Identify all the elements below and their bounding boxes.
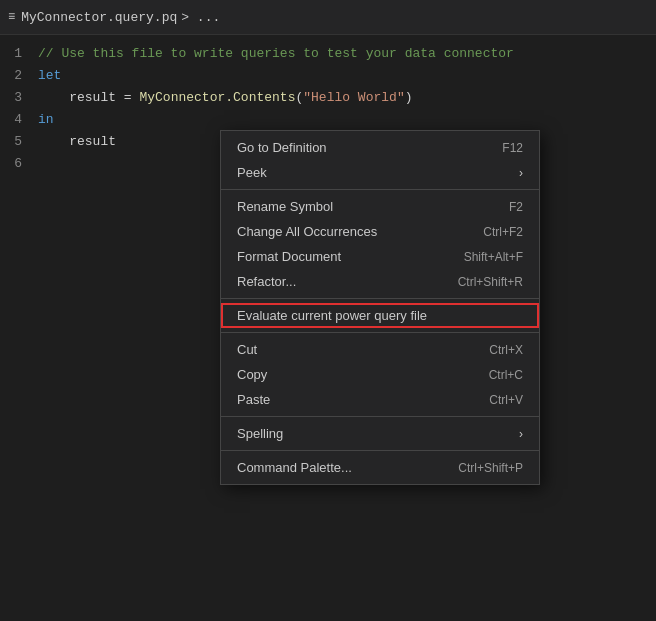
menu-item-refactor[interactable]: Refactor...Ctrl+Shift+R <box>221 269 539 294</box>
menu-item-label: Peek <box>237 165 267 180</box>
file-icon: ≡ <box>8 10 15 24</box>
menu-item-evaluate[interactable]: Evaluate current power query file <box>221 303 539 328</box>
menu-item-shortcut: Ctrl+X <box>489 343 523 357</box>
menu-item-paste[interactable]: PasteCtrl+V <box>221 387 539 412</box>
menu-separator <box>221 332 539 333</box>
menu-item-label: Refactor... <box>237 274 296 289</box>
line-number: 5 <box>8 131 38 153</box>
line-content: result <box>38 131 116 153</box>
tab-breadcrumb: > ... <box>181 10 220 25</box>
line-number: 4 <box>8 109 38 131</box>
line-content: let <box>38 65 61 87</box>
menu-item-label: Command Palette... <box>237 460 352 475</box>
menu-item-label: Format Document <box>237 249 341 264</box>
menu-item-shortcut: Ctrl+C <box>489 368 523 382</box>
menu-item-label: Rename Symbol <box>237 199 333 214</box>
menu-item-goto-definition[interactable]: Go to DefinitionF12 <box>221 135 539 160</box>
menu-separator <box>221 416 539 417</box>
code-line: 4in <box>0 109 656 131</box>
menu-item-shortcut: Ctrl+F2 <box>483 225 523 239</box>
menu-item-shortcut: F12 <box>502 141 523 155</box>
menu-separator <box>221 450 539 451</box>
code-line: 3 result = MyConnector.Contents("Hello W… <box>0 87 656 109</box>
menu-item-label: Paste <box>237 392 270 407</box>
menu-item-label: Change All Occurrences <box>237 224 377 239</box>
line-number: 1 <box>8 43 38 65</box>
line-content: result = MyConnector.Contents("Hello Wor… <box>38 87 413 109</box>
context-menu: Go to DefinitionF12Peek›Rename SymbolF2C… <box>220 130 540 485</box>
menu-item-format-doc[interactable]: Format DocumentShift+Alt+F <box>221 244 539 269</box>
menu-item-shortcut: Ctrl+Shift+P <box>458 461 523 475</box>
menu-item-arrow: › <box>519 166 523 180</box>
menu-item-shortcut: Ctrl+Shift+R <box>458 275 523 289</box>
menu-item-peek[interactable]: Peek› <box>221 160 539 185</box>
menu-item-rename-symbol[interactable]: Rename SymbolF2 <box>221 194 539 219</box>
menu-item-label: Spelling <box>237 426 283 441</box>
tab-bar: ≡ MyConnector.query.pq > ... <box>0 0 656 35</box>
menu-item-change-all[interactable]: Change All OccurrencesCtrl+F2 <box>221 219 539 244</box>
menu-item-cut[interactable]: CutCtrl+X <box>221 337 539 362</box>
menu-item-copy[interactable]: CopyCtrl+C <box>221 362 539 387</box>
menu-item-label: Copy <box>237 367 267 382</box>
menu-item-shortcut: F2 <box>509 200 523 214</box>
line-number: 3 <box>8 87 38 109</box>
menu-item-command-palette[interactable]: Command Palette...Ctrl+Shift+P <box>221 455 539 480</box>
code-line: 1// Use this file to write queries to te… <box>0 43 656 65</box>
tab-title: MyConnector.query.pq <box>21 10 177 25</box>
line-content: // Use this file to write queries to tes… <box>38 43 514 65</box>
menu-separator <box>221 298 539 299</box>
code-line: 2let <box>0 65 656 87</box>
menu-item-label: Evaluate current power query file <box>237 308 427 323</box>
menu-separator <box>221 189 539 190</box>
menu-item-label: Go to Definition <box>237 140 327 155</box>
menu-item-spelling[interactable]: Spelling› <box>221 421 539 446</box>
line-number: 6 <box>8 153 38 175</box>
menu-item-arrow: › <box>519 427 523 441</box>
menu-item-shortcut: Ctrl+V <box>489 393 523 407</box>
menu-item-label: Cut <box>237 342 257 357</box>
line-number: 2 <box>8 65 38 87</box>
line-content: in <box>38 109 54 131</box>
menu-item-shortcut: Shift+Alt+F <box>464 250 523 264</box>
